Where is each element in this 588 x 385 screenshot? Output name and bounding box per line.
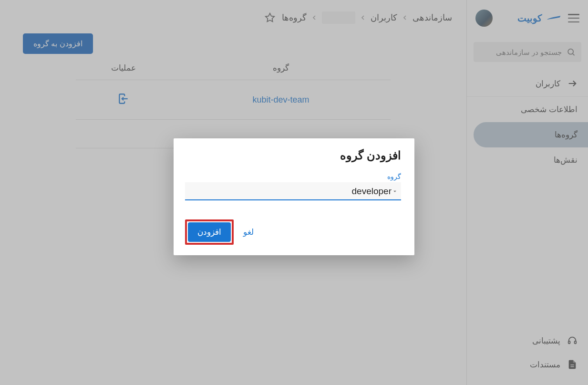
caret-down-icon	[392, 188, 398, 195]
group-field-label: گروه	[185, 173, 401, 180]
dialog-actions: افزودن لغو	[185, 219, 401, 245]
group-select[interactable]	[185, 182, 401, 200]
cancel-button[interactable]: لغو	[243, 227, 254, 237]
submit-button[interactable]: افزودن	[188, 222, 231, 242]
group-select-input[interactable]	[188, 186, 392, 197]
add-group-dialog: افزودن گروه گروه افزودن لغو	[174, 138, 414, 255]
submit-highlight: افزودن	[185, 219, 234, 245]
dialog-title: افزودن گروه	[185, 149, 401, 162]
modal-overlay[interactable]: افزودن گروه گروه افزودن لغو	[0, 0, 588, 385]
